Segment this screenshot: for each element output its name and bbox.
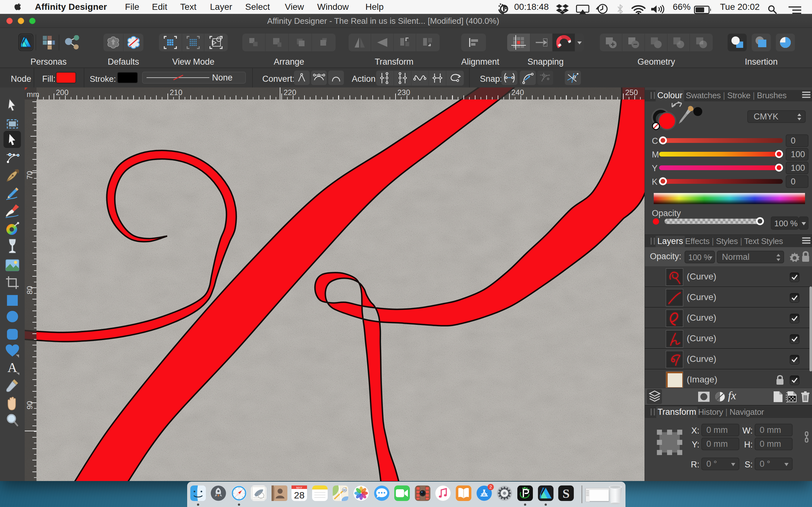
svg-text:S: S bbox=[562, 487, 569, 501]
svg-text:MAY: MAY bbox=[296, 486, 302, 489]
svg-text:28: 28 bbox=[294, 490, 305, 500]
svg-text:2: 2 bbox=[490, 484, 492, 490]
svg-text:3D: 3D bbox=[343, 489, 346, 492]
svg-text:A: A bbox=[8, 361, 17, 375]
